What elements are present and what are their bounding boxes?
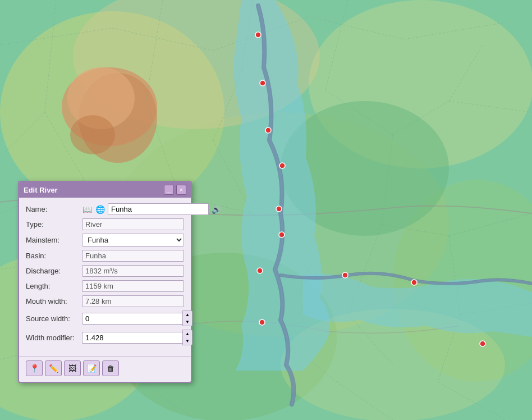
svg-point-63 <box>342 272 348 278</box>
source-width-row: Source width: ▲ ▼ <box>26 311 184 326</box>
type-input <box>82 218 184 230</box>
svg-point-62 <box>259 319 265 325</box>
source-width-up-button[interactable]: ▲ <box>183 311 192 318</box>
dialog-title-bar[interactable]: Edit River _ × <box>19 182 191 198</box>
source-width-label: Source width: <box>26 314 82 323</box>
dialog-body: Name: 📖 🌐 🔊 Type: Mainstem: Funha <box>19 198 191 354</box>
svg-point-58 <box>279 163 285 168</box>
discharge-label: Discharge: <box>26 267 82 275</box>
length-field-group <box>82 280 184 292</box>
length-input <box>82 280 184 292</box>
svg-point-57 <box>265 127 271 133</box>
edit-river-dialog: Edit River _ × Name: 📖 🌐 🔊 Type: M <box>18 181 192 383</box>
length-row: Length: <box>26 280 184 292</box>
basin-label: Basin: <box>26 252 82 260</box>
source-width-spinner: ▲ ▼ <box>182 311 192 326</box>
length-label: Length: <box>26 282 82 290</box>
name-row: Name: 📖 🌐 🔊 <box>26 203 184 215</box>
basin-row: Basin: <box>26 250 184 262</box>
name-label: Name: <box>26 205 82 213</box>
edit-pencil-button[interactable]: ✏️ <box>45 360 62 376</box>
width-modifier-row: Width modifier: ▲ ▼ <box>26 330 184 345</box>
close-button[interactable]: × <box>176 185 186 195</box>
discharge-field-group <box>82 265 184 277</box>
dialog-title: Edit River <box>24 186 58 194</box>
width-modifier-up-button[interactable]: ▲ <box>183 330 192 337</box>
basin-input <box>82 250 184 262</box>
svg-point-55 <box>255 32 261 38</box>
sound-icon-button[interactable]: 🔊 <box>211 204 222 214</box>
image-button[interactable]: 🖼 <box>64 360 81 376</box>
source-width-field-group: ▲ ▼ <box>82 311 192 326</box>
width-modifier-input[interactable] <box>82 332 182 344</box>
type-label: Type: <box>26 220 82 229</box>
svg-point-64 <box>411 280 417 285</box>
dialog-title-controls: _ × <box>164 185 186 195</box>
svg-point-60 <box>279 232 285 238</box>
source-width-down-button[interactable]: ▼ <box>183 318 192 326</box>
mainstem-select[interactable]: Funha <box>82 234 184 246</box>
mouth-width-label: Mouth width: <box>26 297 82 305</box>
pin-button[interactable]: 📍 <box>26 360 43 376</box>
globe-icon-button[interactable]: 🌐 <box>95 204 106 214</box>
delete-button[interactable]: 🗑 <box>102 360 119 376</box>
dialog-toolbar: 📍 ✏️ 🖼 📝 🗑 <box>19 357 191 382</box>
mainstem-field-group: Funha <box>82 234 184 246</box>
type-row: Type: <box>26 218 184 230</box>
discharge-row: Discharge: <box>26 265 184 277</box>
name-input[interactable] <box>108 203 209 215</box>
minimize-button[interactable]: _ <box>164 185 174 195</box>
svg-point-61 <box>257 268 263 273</box>
mouth-width-field-group <box>82 295 184 307</box>
svg-point-59 <box>276 206 282 212</box>
mouth-width-row: Mouth width: <box>26 295 184 307</box>
mainstem-row: Mainstem: Funha <box>26 234 184 246</box>
name-field-group: 📖 🌐 🔊 <box>82 203 222 215</box>
svg-point-65 <box>480 341 485 346</box>
source-width-input[interactable] <box>82 313 182 325</box>
book-icon-button[interactable]: 📖 <box>82 204 93 214</box>
svg-point-13 <box>70 115 115 154</box>
width-modifier-label: Width modifier: <box>26 334 82 342</box>
note-button[interactable]: 📝 <box>83 360 100 376</box>
mainstem-label: Mainstem: <box>26 236 82 244</box>
width-modifier-down-button[interactable]: ▼ <box>183 337 192 345</box>
discharge-input <box>82 265 184 277</box>
width-modifier-field-group: ▲ ▼ <box>82 330 192 345</box>
width-modifier-spinner: ▲ ▼ <box>182 330 192 345</box>
mouth-width-input <box>82 295 184 307</box>
basin-field-group <box>82 250 184 262</box>
svg-point-56 <box>260 80 265 86</box>
type-field-group <box>82 218 184 230</box>
